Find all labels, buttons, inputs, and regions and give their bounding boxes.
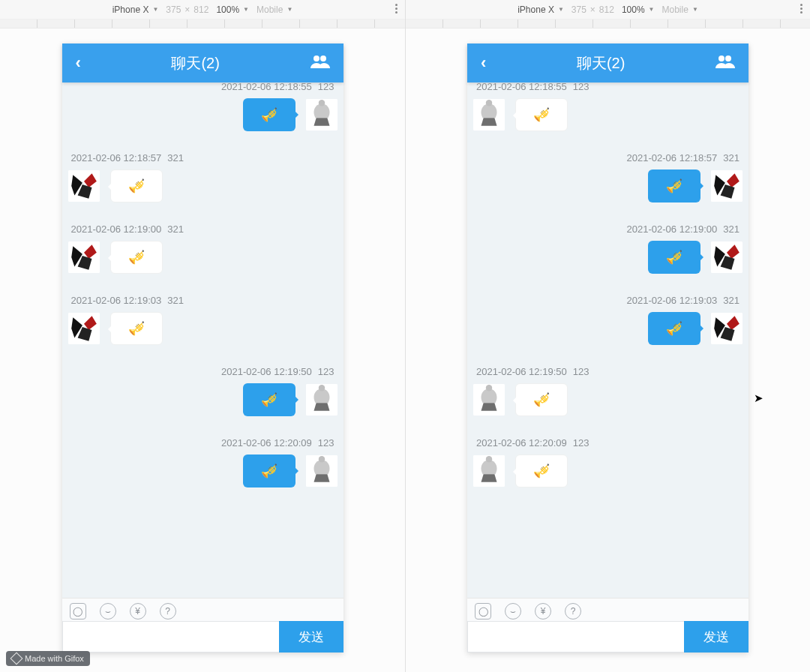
message-bubble[interactable]: 🎺 (110, 241, 163, 274)
back-icon[interactable]: ‹ (481, 53, 486, 73)
message-row: 🎺 (473, 98, 742, 131)
avatar-user-321[interactable] (68, 170, 100, 202)
avatar-user-123[interactable] (306, 455, 338, 487)
footer-icon-row: ◯ ⌣ ¥ ? (62, 598, 344, 621)
meta-user: 123 (318, 366, 334, 377)
message-meta: 2021-02-06 12:18:55123 (67, 82, 339, 95)
avatar-user-321[interactable] (711, 170, 742, 202)
device-stage: ‹ 聊天(2) 2021-02-06 12:18:55123🎺2021-02-0… (406, 28, 810, 672)
ruler (0, 20, 405, 28)
message-row: 🎺 (68, 454, 338, 488)
message-row: 🎺 (68, 98, 338, 131)
meta-time: 2021-02-06 12:19:50 (476, 366, 567, 377)
message-bubble[interactable]: 🎺 (648, 241, 700, 274)
yuan-icon[interactable]: ¥ (130, 603, 146, 620)
avatar-user-123[interactable] (473, 384, 505, 416)
svg-point-14 (486, 100, 492, 106)
dimension-width[interactable]: 375 (572, 4, 586, 15)
message-bubble[interactable]: 🎺 (110, 312, 163, 345)
svg-point-12 (725, 56, 731, 62)
dimension-width[interactable]: 375 (166, 4, 181, 15)
message-meta: 2021-02-06 12:20:09123 (67, 433, 339, 452)
svg-point-10 (318, 456, 324, 462)
mode-selector[interactable]: Mobile▼ (256, 4, 292, 15)
avatar-user-123[interactable] (473, 455, 505, 487)
message-bubble[interactable]: 🎺 (648, 170, 700, 202)
mode-selector[interactable]: Mobile▼ (662, 4, 698, 15)
message-bubble[interactable]: 🎺 (515, 383, 568, 416)
smile-icon[interactable]: ⌣ (100, 603, 116, 620)
avatar-user-123[interactable] (473, 99, 505, 130)
message-meta: 2021-02-06 12:18:55123 (472, 82, 744, 95)
message-bubble[interactable]: 🎺 (243, 383, 296, 416)
cursor-icon: ➤ (754, 392, 764, 405)
meta-time: 2021-02-06 12:19:00 (627, 224, 718, 235)
message-bubble[interactable]: 🎺 (648, 312, 700, 345)
yuan-icon[interactable]: ¥ (535, 603, 551, 620)
group-icon[interactable] (716, 55, 735, 72)
dimensions[interactable]: 375 × 812 (166, 4, 208, 15)
avatar-user-123[interactable] (306, 384, 338, 416)
meta-time: 2021-02-06 12:19:03 (627, 295, 718, 306)
dimensions[interactable]: 375 × 812 (572, 4, 614, 15)
meta-time: 2021-02-06 12:18:57 (71, 152, 162, 164)
meta-user: 123 (573, 82, 590, 92)
avatar-user-321[interactable] (68, 313, 100, 344)
dimension-times: × (590, 4, 596, 15)
camera-icon[interactable]: ◯ (475, 603, 491, 620)
help-icon[interactable]: ? (565, 603, 581, 620)
message-meta: 2021-02-06 12:19:50123 (67, 362, 339, 380)
meta-user: 321 (167, 152, 184, 164)
dimension-height[interactable]: 812 (599, 4, 614, 15)
chat-header: ‹ 聊天(2) (62, 44, 344, 82)
meta-user: 123 (318, 437, 334, 448)
device-selector[interactable]: iPhone X▼ (112, 4, 159, 15)
back-icon[interactable]: ‹ (76, 53, 81, 73)
message-bubble[interactable]: 🎺 (515, 454, 568, 488)
message-bubble[interactable]: 🎺 (243, 98, 296, 131)
camera-icon[interactable]: ◯ (70, 603, 86, 620)
device-label: iPhone X (518, 4, 554, 15)
chat-body-left[interactable]: 2021-02-06 12:18:55123🎺2021-02-06 12:18:… (62, 82, 344, 598)
zoom-label: 100% (622, 4, 645, 15)
send-button[interactable]: 发送 (279, 621, 344, 652)
zoom-label: 100% (216, 4, 239, 15)
message-input[interactable] (467, 621, 684, 652)
dimension-times: × (184, 4, 190, 15)
chat-title: 聊天(2) (486, 53, 716, 74)
message-meta: 2021-02-06 12:19:00321 (472, 219, 744, 238)
avatar-user-321[interactable] (68, 242, 100, 273)
meta-time: 2021-02-06 12:18:55 (221, 82, 312, 92)
message-meta: 2021-02-06 12:18:57321 (472, 148, 744, 166)
smile-icon[interactable]: ⌣ (505, 603, 521, 620)
avatar-user-321[interactable] (711, 313, 742, 344)
chevron-down-icon: ▼ (243, 6, 249, 13)
message-row: 🎺 (68, 312, 338, 345)
message-row: 🎺 (473, 312, 742, 345)
message-bubble[interactable]: 🎺 (243, 454, 296, 488)
group-icon[interactable] (310, 55, 330, 72)
device-selector[interactable]: iPhone X▼ (518, 4, 564, 15)
message-bubble[interactable]: 🎺 (110, 170, 163, 202)
meta-time: 2021-02-06 12:19:00 (71, 224, 162, 235)
dimension-height[interactable]: 812 (194, 4, 208, 15)
help-icon[interactable]: ? (160, 603, 176, 620)
meta-time: 2021-02-06 12:20:09 (221, 437, 312, 448)
message-meta: 2021-02-06 12:19:50123 (472, 362, 744, 380)
avatar-user-123[interactable] (306, 99, 338, 130)
mode-label: Mobile (256, 4, 283, 15)
message-input[interactable] (62, 621, 279, 652)
devtools-panel-left: iPhone X▼ 375 × 812 100%▼ Mobile▼ ‹ 聊天(2… (0, 0, 405, 672)
chat-body-right[interactable]: 2021-02-06 12:18:55123🎺2021-02-06 12:18:… (467, 82, 748, 598)
send-button[interactable]: 发送 (684, 621, 748, 652)
avatar-user-321[interactable] (711, 242, 742, 273)
meta-user: 321 (723, 295, 740, 306)
zoom-selector[interactable]: 100%▼ (622, 4, 655, 15)
zoom-selector[interactable]: 100%▼ (216, 4, 249, 15)
message-bubble[interactable]: 🎺 (515, 98, 568, 131)
kebab-menu-icon[interactable] (395, 4, 398, 14)
kebab-menu-icon[interactable] (800, 4, 802, 14)
message-meta: 2021-02-06 12:18:57321 (67, 148, 339, 166)
meta-user: 123 (318, 82, 334, 92)
device-stage: ‹ 聊天(2) 2021-02-06 12:18:55123🎺2021-02-0… (0, 28, 405, 672)
